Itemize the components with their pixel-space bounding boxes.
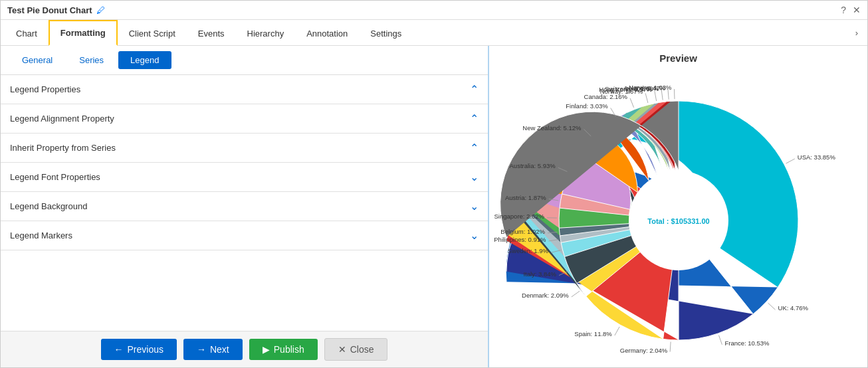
svg-text:Singapore: 2.62%: Singapore: 2.62% [494,213,544,220]
accordion-legend-properties-icon[interactable]: ⌃ [470,83,479,96]
accordion-legend-properties-label: Legend Properties [10,84,80,94]
previous-button-label: Previous [128,344,163,355]
tab-arrow[interactable]: › [850,23,863,43]
accordion-inherit-property-label: Inherit Property from Series [10,143,116,153]
sub-tab-legend[interactable]: Legend [118,51,171,69]
publish-play-icon: ▶ [263,344,270,355]
next-button-label: Next [210,344,229,355]
title-bar-left: Test Pie Donut Chart 🖊 [7,5,105,15]
help-icon[interactable]: ? [841,5,846,15]
accordion-legend-alignment-label: Legend Alignment Property [10,114,114,124]
bottom-bar: ← Previous → Next ▶ Publish ✕ Close [1,331,488,367]
svg-text:Philippines: 0.91%: Philippines: 0.91% [494,236,546,243]
next-arrow-icon: → [197,344,206,355]
svg-line-35 [654,91,656,101]
donut-chart: USA: 33.85%UK: 4.76%France: 10.53%German… [506,68,851,367]
svg-line-0 [786,159,794,163]
accordion-legend-font-icon[interactable]: ⌄ [470,171,479,183]
accordion-legend-alignment[interactable]: Legend Alignment Property ⌃ [1,104,488,134]
edit-title-icon[interactable]: 🖊 [96,5,105,15]
svg-text:Australia: 5.93%: Australia: 5.93% [509,162,556,169]
accordion-legend-markers-label: Legend Markers [10,230,72,240]
svg-text:Belgium: 1.02%: Belgium: 1.02% [500,228,545,235]
svg-text:Italy: 3.84%: Italy: 3.84% [523,270,556,278]
svg-text:Spain: 11.8%: Spain: 11.8% [574,330,612,337]
accordion-legend-background[interactable]: Legend Background ⌄ [1,192,488,221]
accordion-legend-markers-icon[interactable]: ⌄ [470,229,479,242]
tab-chart[interactable]: Chart [5,21,49,45]
tab-annotation[interactable]: Annotation [295,21,359,45]
accordion-inherit-property[interactable]: Inherit Property from Series ⌃ [1,134,488,163]
svg-line-5 [718,335,722,345]
accordion-legend-properties[interactable]: Legend Properties ⌃ [1,75,488,104]
svg-line-7 [670,342,671,352]
right-panel: Preview USA: 33.85%UK: 4.76%France: 10.5… [489,46,867,367]
svg-text:Norway: 1.03%: Norway: 1.03% [629,84,672,91]
tab-formatting[interactable]: Formatting [49,20,118,46]
svg-text:Total : $105331.00: Total : $105331.00 [647,217,709,225]
svg-text:Sweden: 1.9%: Sweden: 1.9% [507,247,548,254]
next-button[interactable]: → Next [183,339,243,360]
publish-button-label: Publish [274,344,304,355]
close-x-icon: ✕ [338,344,346,355]
svg-text:UK: 4.76%: UK: 4.76% [778,304,808,312]
tab-hierarchy[interactable]: Hierarchy [236,21,296,45]
left-panel: General Series Legend Legend Properties … [1,46,489,367]
sub-tab-bar: General Series Legend [1,46,488,75]
svg-line-33 [645,93,648,103]
svg-text:Finland: 3.03%: Finland: 3.03% [566,102,608,110]
tab-events[interactable]: Events [187,21,236,45]
svg-line-9 [614,327,619,335]
svg-line-37 [661,90,663,100]
tab-settings[interactable]: Settings [359,21,413,45]
accordion-legend-background-label: Legend Background [10,201,87,211]
accordion-list: Legend Properties ⌃ Legend Alignment Pro… [1,75,488,331]
svg-line-11 [571,291,579,297]
sub-tab-series[interactable]: Series [67,51,116,69]
svg-line-3 [768,303,775,310]
previous-button[interactable]: ← Previous [101,339,177,360]
close-button[interactable]: ✕ Close [324,338,388,361]
close-button-label: Close [350,344,374,355]
chart-area: USA: 33.85%UK: 4.76%France: 10.53%German… [496,68,861,367]
svg-text:Denmark: 2.09%: Denmark: 2.09% [522,292,569,299]
svg-line-31 [630,98,634,108]
svg-text:Austria: 1.87%: Austria: 1.87% [504,194,546,201]
tab-bar: Chart Formatting Client Script Events Hi… [1,20,867,46]
svg-text:France: 10.53%: France: 10.53% [724,339,770,347]
main-content: General Series Legend Legend Properties … [1,46,867,367]
publish-button[interactable]: ▶ Publish [249,339,318,360]
accordion-inherit-property-icon[interactable]: ⌃ [470,141,479,154]
svg-text:USA: 33.85%: USA: 33.85% [797,153,835,161]
title-bar: Test Pie Donut Chart 🖊 ? ✕ [1,1,867,20]
close-window-icon[interactable]: ✕ [853,5,861,15]
accordion-legend-markers[interactable]: Legend Markers ⌄ [1,221,488,250]
app-window: Test Pie Donut Chart 🖊 ? ✕ Chart Formatt… [0,0,868,368]
accordion-legend-font-label: Legend Font Properties [10,172,100,182]
accordion-legend-font[interactable]: Legend Font Properties ⌄ [1,163,488,192]
sub-tab-general[interactable]: General [10,51,64,69]
title-bar-right: ? ✕ [841,5,861,15]
preview-title: Preview [496,52,861,64]
accordion-legend-background-icon[interactable]: ⌄ [470,200,479,213]
tab-client-script[interactable]: Client Script [118,21,187,45]
previous-arrow-icon: ← [114,344,124,355]
svg-text:New Zealand: 5.12%: New Zealand: 5.12% [522,124,582,132]
accordion-legend-alignment-icon[interactable]: ⌃ [470,112,479,125]
svg-text:Germany: 2.04%: Germany: 2.04% [619,347,667,354]
window-title: Test Pie Donut Chart [7,5,92,15]
